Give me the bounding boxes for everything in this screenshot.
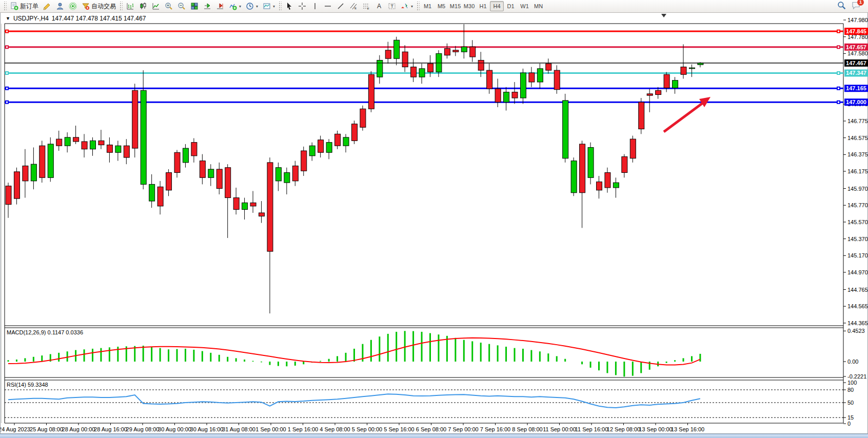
candle xyxy=(98,141,104,145)
macd-pane: MACD(12,26,9) 0.1147 0.03360.45230.00-0.… xyxy=(7,328,866,380)
candle xyxy=(529,73,535,82)
svg-text:145.370: 145.370 xyxy=(847,236,868,242)
timeframe-h4-button[interactable]: H4 xyxy=(490,1,504,11)
timeframe-m30-button[interactable]: M30 xyxy=(462,1,476,11)
indicators-button[interactable]: ▾ xyxy=(226,1,243,12)
candle xyxy=(402,52,408,67)
trendline-button[interactable] xyxy=(334,1,347,12)
candle xyxy=(478,60,484,70)
candle xyxy=(259,213,265,216)
periods-button[interactable]: ▾ xyxy=(243,1,260,12)
svg-text:0.4523: 0.4523 xyxy=(847,328,865,334)
candle xyxy=(394,40,400,58)
search-button[interactable] xyxy=(837,1,846,12)
cursor-button[interactable] xyxy=(283,1,295,12)
crosshair-icon xyxy=(298,2,306,11)
chat-button[interactable]: 1 xyxy=(852,1,861,12)
templates-button[interactable]: ▾ xyxy=(260,1,277,12)
svg-text:15: 15 xyxy=(847,414,854,421)
macd-label: MACD(12,26,9) 0.1147 0.0336 xyxy=(7,329,83,335)
candle xyxy=(82,142,87,149)
current-price-badge: 147.467 xyxy=(846,60,866,66)
candle xyxy=(149,184,155,201)
toolbar-grip[interactable] xyxy=(278,2,282,11)
zoom-in-button[interactable] xyxy=(162,1,175,12)
toolbar-grip[interactable] xyxy=(3,2,7,11)
chevron-down-icon: ▾ xyxy=(239,4,241,9)
chevron-down-icon: ▾ xyxy=(411,4,413,9)
chart-shift-marker-icon[interactable] xyxy=(661,14,666,17)
timeframe-m15-button[interactable]: M15 xyxy=(448,1,462,11)
svg-text:30 Aug 16:00: 30 Aug 16:00 xyxy=(190,426,224,432)
bar-chart-icon xyxy=(126,2,134,11)
auto-scroll-button[interactable] xyxy=(201,1,213,12)
autotrade-button[interactable]: 自动交易 xyxy=(79,1,118,12)
toolbar-grip[interactable] xyxy=(416,2,420,11)
vline-icon xyxy=(310,2,319,11)
fibonacci-button[interactable]: F xyxy=(360,1,372,12)
chart-collapse-icon[interactable]: ▼ xyxy=(6,16,10,21)
profile-icon xyxy=(55,2,64,11)
candle xyxy=(563,101,568,158)
chart-shift-button[interactable] xyxy=(213,1,226,12)
candle xyxy=(40,146,45,177)
tile-windows-button[interactable] xyxy=(188,1,201,12)
chart-shift-icon xyxy=(215,2,224,11)
candle xyxy=(132,90,138,148)
arrows-button[interactable]: ▾ xyxy=(398,1,415,12)
chart-canvas[interactable]: MACD(12,26,9) 0.1147 0.03360.45230.00-0.… xyxy=(1,13,868,434)
time-axis[interactable]: 24 Aug 202325 Aug 08:0028 Aug 00:0028 Au… xyxy=(1,423,704,432)
chevron-down-icon: ▾ xyxy=(256,4,258,9)
svg-text:144.565: 144.565 xyxy=(847,303,868,309)
candle xyxy=(495,89,501,102)
crayon-icon xyxy=(43,2,51,11)
svg-text:145.170: 145.170 xyxy=(847,252,868,258)
timeframe-m1-button[interactable]: M1 xyxy=(421,1,435,11)
candle xyxy=(673,81,678,88)
timeframe-w1-button[interactable]: W1 xyxy=(518,1,531,11)
svg-text:24 Aug 2023: 24 Aug 2023 xyxy=(1,426,30,432)
svg-text:5 Sep 16:00: 5 Sep 16:00 xyxy=(384,426,414,432)
timeframe-mn-button[interactable]: MN xyxy=(531,1,545,11)
shapes-icon xyxy=(400,2,409,11)
candle xyxy=(124,146,129,157)
svg-text:8 Sep 08:00: 8 Sep 08:00 xyxy=(512,426,542,432)
timeframe-m5-button[interactable]: M5 xyxy=(435,1,448,11)
profile-button[interactable] xyxy=(53,1,66,12)
cursor-icon xyxy=(285,2,293,11)
candle xyxy=(318,140,324,153)
text-label-button[interactable]: T xyxy=(385,1,398,12)
zoom-out-button[interactable] xyxy=(175,1,188,12)
candlestick-chart-button[interactable] xyxy=(136,1,149,12)
timeframe-h1-button[interactable]: H1 xyxy=(476,1,490,11)
crosshair-button[interactable] xyxy=(295,1,308,12)
styler-button[interactable] xyxy=(41,1,53,12)
horizontal-line-button[interactable] xyxy=(321,1,334,12)
candle xyxy=(419,69,425,77)
line-chart-button[interactable] xyxy=(149,1,162,12)
window-bottom-edge xyxy=(0,434,868,438)
timeframe-d1-button[interactable]: D1 xyxy=(504,1,518,11)
toolbar-grip[interactable] xyxy=(119,2,123,11)
candle xyxy=(267,163,273,251)
svg-text:144.970: 144.970 xyxy=(847,269,868,275)
svg-text:146.775: 146.775 xyxy=(847,118,868,124)
svg-text:50: 50 xyxy=(847,400,854,406)
candle xyxy=(411,67,417,77)
candle xyxy=(368,74,374,109)
trendline-icon xyxy=(336,2,345,11)
svg-text:7 Sep 00:00: 7 Sep 00:00 xyxy=(448,426,478,432)
svg-text:144.365: 144.365 xyxy=(847,320,868,326)
equidistant-channel-button[interactable]: E xyxy=(347,1,360,12)
new-order-button[interactable]: 新订单 xyxy=(8,1,41,12)
text-button[interactable]: A xyxy=(372,1,385,12)
candle xyxy=(613,183,619,188)
svg-text:31 Aug 08:00: 31 Aug 08:00 xyxy=(222,426,255,432)
vertical-line-button[interactable] xyxy=(308,1,321,12)
svg-text:80: 80 xyxy=(847,387,854,393)
market-signal-button[interactable] xyxy=(66,1,79,12)
bar-chart-button[interactable] xyxy=(124,1,136,12)
autotrade-icon xyxy=(81,2,90,11)
candle xyxy=(216,169,222,189)
svg-text:0: 0 xyxy=(847,421,851,427)
